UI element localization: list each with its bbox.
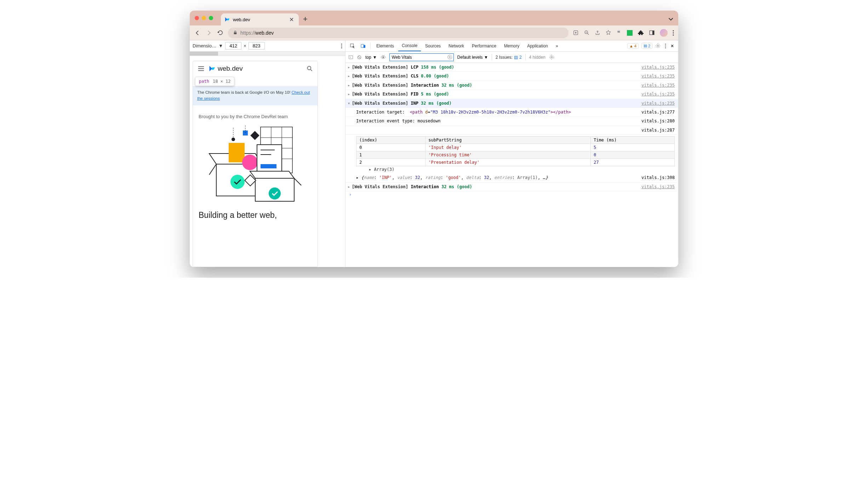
close-tab-icon[interactable]: ✕ bbox=[289, 16, 294, 23]
live-expression-icon[interactable] bbox=[381, 54, 386, 60]
table-header[interactable]: Time (ms) bbox=[590, 137, 674, 144]
panel-performance[interactable]: Performance bbox=[468, 41, 500, 51]
dimensions-dropdown-icon[interactable]: ▼ bbox=[218, 43, 223, 48]
extensions-puzzle-icon[interactable] bbox=[638, 30, 644, 36]
source-link[interactable]: vitals.js:235 bbox=[641, 82, 675, 89]
console-filter-input[interactable] bbox=[389, 53, 454, 61]
downloads-icon[interactable] bbox=[573, 30, 579, 36]
forward-button[interactable] bbox=[205, 29, 212, 36]
source-link[interactable]: vitals.js:287 bbox=[641, 127, 675, 134]
device-preview-pane: Dimensio… ▼ × web.dev bbox=[190, 40, 346, 267]
tabs-dropdown-icon[interactable] bbox=[668, 17, 673, 22]
bookmark-star-icon[interactable] bbox=[605, 30, 611, 36]
source-link[interactable]: vitals.js:308 bbox=[641, 174, 675, 181]
log-row[interactable]: ▸[Web Vitals Extension] FID 5 ms (good)v… bbox=[346, 90, 678, 99]
svg-point-10 bbox=[341, 47, 342, 48]
log-row[interactable]: ▸[Web Vitals Extension] CLS 0.00 (good)v… bbox=[346, 72, 678, 81]
element-tooltip: path 18 × 12 bbox=[195, 77, 234, 86]
preview-headline: Building a better web, bbox=[199, 210, 312, 220]
panel-more-icon[interactable]: » bbox=[552, 41, 562, 51]
svg-rect-4 bbox=[652, 31, 654, 35]
source-link[interactable]: vitals.js:277 bbox=[641, 109, 675, 116]
browser-tab[interactable]: web.dev ✕ bbox=[221, 13, 299, 25]
hidden-count: 4 hidden bbox=[529, 55, 546, 60]
devtools-kebab-icon[interactable] bbox=[663, 44, 668, 48]
svg-point-36 bbox=[657, 45, 659, 47]
svg-rect-0 bbox=[234, 32, 237, 34]
panel-sources[interactable]: Sources bbox=[422, 41, 444, 51]
svg-point-37 bbox=[665, 44, 666, 45]
announcement-banner: The Chrome team is back at Google I/O on… bbox=[193, 86, 318, 105]
source-link[interactable]: vitals.js:235 bbox=[641, 91, 675, 98]
profile-avatar[interactable] bbox=[660, 29, 668, 37]
console-prompt[interactable]: › bbox=[346, 191, 678, 198]
share-icon[interactable] bbox=[595, 30, 600, 36]
log-subrow: Interaction event type: mousedownvitals.… bbox=[346, 117, 678, 126]
log-row[interactable]: ▸[Web Vitals Extension] Interaction 32 m… bbox=[346, 183, 678, 191]
array-toggle[interactable]: ▸ Array(3) bbox=[369, 167, 675, 172]
svg-rect-35 bbox=[364, 45, 365, 48]
hamburger-icon[interactable] bbox=[197, 65, 205, 73]
maximize-window-icon[interactable] bbox=[209, 16, 213, 20]
minimize-window-icon[interactable] bbox=[202, 16, 206, 20]
new-tab-button[interactable]: + bbox=[303, 15, 308, 24]
panel-network[interactable]: Network bbox=[445, 41, 468, 51]
console-settings-gear-icon[interactable] bbox=[549, 54, 554, 60]
device-toggle-icon[interactable] bbox=[358, 43, 368, 49]
dimensions-bar: Dimensio… ▼ × bbox=[190, 40, 345, 52]
context-selector[interactable]: top ▼ bbox=[365, 55, 377, 60]
panel-memory[interactable]: Memory bbox=[501, 41, 523, 51]
inspect-element-icon[interactable] bbox=[348, 43, 358, 49]
height-input[interactable] bbox=[249, 42, 265, 50]
reload-button[interactable] bbox=[217, 29, 224, 36]
hero-illustration bbox=[202, 123, 308, 205]
preview-brand[interactable]: web.dev bbox=[209, 65, 243, 73]
titlebar: web.dev ✕ + bbox=[190, 11, 678, 25]
panel-application[interactable]: Application bbox=[524, 41, 552, 51]
source-link[interactable]: vitals.js:235 bbox=[641, 100, 675, 107]
log-row[interactable]: ▸[Web Vitals Extension] LCP 158 ms (good… bbox=[346, 63, 678, 72]
settings-gear-icon[interactable] bbox=[653, 43, 663, 48]
table-header[interactable]: (index) bbox=[356, 137, 426, 144]
source-link[interactable]: vitals.js:235 bbox=[641, 73, 675, 80]
table-header[interactable]: subPartString bbox=[426, 137, 591, 144]
width-input[interactable] bbox=[225, 42, 241, 50]
source-link[interactable]: vitals.js:235 bbox=[641, 183, 675, 190]
log-row-expanded[interactable]: ▾[Web Vitals Extension] INP 32 ms (good)… bbox=[346, 99, 678, 108]
close-window-icon[interactable] bbox=[195, 16, 199, 20]
panel-console[interactable]: Console bbox=[398, 41, 421, 51]
svg-point-43 bbox=[551, 57, 552, 58]
dimensions-label[interactable]: Dimensio… bbox=[193, 43, 216, 48]
issues-badge[interactable]: ▤ 2 bbox=[641, 43, 652, 49]
clear-filter-icon[interactable]: ⓧ bbox=[447, 54, 452, 60]
search-icon[interactable] bbox=[306, 65, 313, 72]
tooltip-dims: 18 × 12 bbox=[213, 79, 231, 84]
console-sidebar-toggle-icon[interactable] bbox=[348, 55, 353, 60]
log-levels-dropdown[interactable]: Default levels ▼ bbox=[457, 55, 488, 60]
close-devtools-icon[interactable]: ✕ bbox=[668, 44, 676, 48]
side-panel-icon[interactable] bbox=[649, 30, 655, 36]
preview-scrollbar[interactable] bbox=[190, 52, 345, 56]
table-row: 2'Presentation delay'27 bbox=[356, 159, 675, 166]
address-bar: https://web.dev bbox=[190, 25, 678, 40]
warnings-badge[interactable]: ▲ 4 bbox=[627, 43, 639, 49]
svg-point-38 bbox=[665, 45, 666, 46]
issues-link[interactable]: 2 Issues: ▤2 bbox=[496, 55, 522, 60]
source-link[interactable]: vitals.js:280 bbox=[641, 117, 675, 125]
tooltip-tag: path bbox=[199, 79, 209, 84]
log-row[interactable]: ▸[Web Vitals Extension] Interaction 32 m… bbox=[346, 81, 678, 90]
svg-rect-13 bbox=[229, 143, 245, 162]
zoom-icon[interactable] bbox=[584, 30, 590, 36]
clear-console-icon[interactable] bbox=[357, 55, 362, 60]
lock-icon bbox=[233, 30, 238, 35]
log-subrow[interactable]: ▸ {name: 'INP', value: 32, rating: 'good… bbox=[346, 173, 678, 182]
url-field[interactable]: https://web.dev bbox=[228, 28, 569, 38]
svg-point-7 bbox=[673, 34, 674, 35]
flag-icon[interactable] bbox=[616, 30, 622, 36]
source-link[interactable]: vitals.js:235 bbox=[641, 64, 675, 71]
preview-options-icon[interactable] bbox=[341, 44, 342, 48]
extension-square-icon[interactable] bbox=[627, 30, 633, 36]
panel-elements[interactable]: Elements bbox=[373, 41, 398, 51]
back-button[interactable] bbox=[194, 29, 201, 36]
menu-kebab-icon[interactable] bbox=[673, 30, 674, 36]
